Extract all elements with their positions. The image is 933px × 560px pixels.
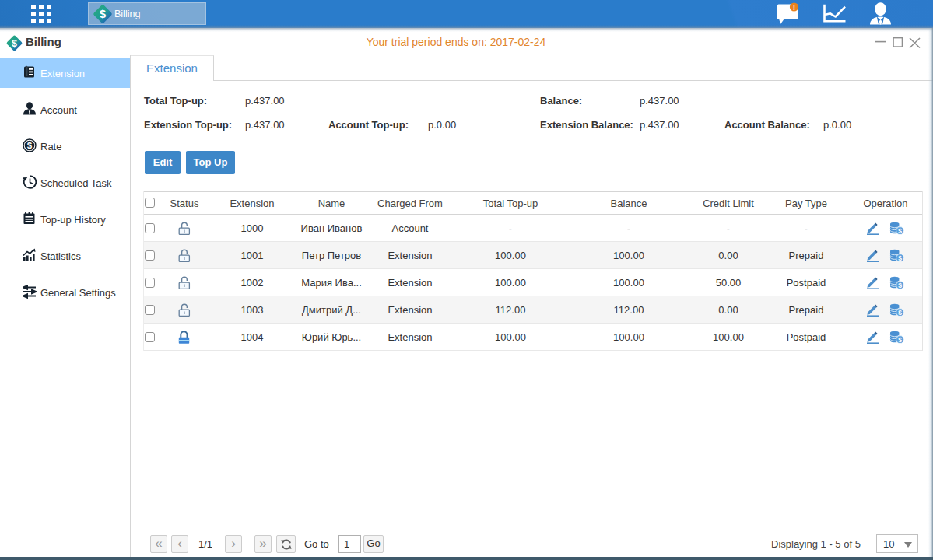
svg-text:!: ! (793, 4, 795, 12)
svg-text:$: $ (27, 141, 33, 150)
svg-text:$: $ (100, 8, 106, 20)
